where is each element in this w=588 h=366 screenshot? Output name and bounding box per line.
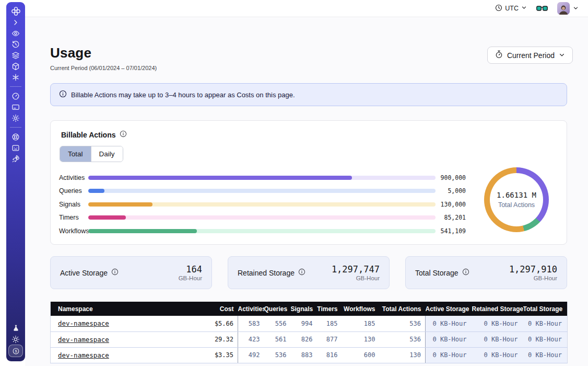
bar-fill xyxy=(88,202,152,207)
bar-value: 541,109 xyxy=(436,227,466,235)
period-button-label: Current Period xyxy=(507,51,555,60)
bar-row-workflows: Workflows 541,109 xyxy=(59,224,466,238)
timers-cell: 877 xyxy=(317,331,342,347)
retained-storage-cell: 0 KB-Hour xyxy=(472,347,523,363)
bar-label: Queries xyxy=(59,187,88,195)
queries-cell: 536 xyxy=(264,347,291,363)
namespace-cell: dev-namespace xyxy=(51,331,207,347)
billable-bar-chart: Activities 900,000 Queries 5,000 Signals… xyxy=(59,171,466,238)
billable-actions-title-text: Billable Actions xyxy=(61,131,116,139)
info-icon xyxy=(59,90,67,99)
info-icon[interactable] xyxy=(120,130,127,139)
info-icon[interactable] xyxy=(111,268,119,277)
col-queries: Queries xyxy=(264,302,291,316)
bar-label: Workflows xyxy=(59,227,88,235)
col-workflows: Workflows xyxy=(342,302,380,316)
namespace-cell: dev-namespace xyxy=(51,347,207,363)
bar-track xyxy=(88,215,436,220)
chevron-down-icon xyxy=(521,5,527,12)
col-timers: Timers xyxy=(317,302,342,316)
feedback-glasses-icon[interactable] xyxy=(536,5,548,12)
col-cost: Cost xyxy=(207,302,238,316)
info-icon[interactable] xyxy=(298,268,305,277)
rocket-icon[interactable] xyxy=(9,153,22,164)
sidebar-nav: $ xyxy=(6,2,25,361)
bar-fill xyxy=(88,229,197,233)
chevron-down-icon xyxy=(559,51,565,60)
storage-label-text: Retained Storage xyxy=(238,269,295,277)
bar-track xyxy=(88,176,436,180)
bar-row-signals: Signals 130,000 xyxy=(59,198,466,211)
info-banner: Billable Actions may take up to 3–4 hour… xyxy=(50,83,567,106)
usage-gauge-icon[interactable] xyxy=(9,90,22,101)
storage-value: 164 GB-Hour xyxy=(179,264,202,282)
storage-value: 1,297,910 GB-Hour xyxy=(509,264,557,282)
storage-label: Active Storage xyxy=(60,268,119,277)
user-avatar xyxy=(557,2,570,15)
workflows-cell: 130 xyxy=(342,331,380,347)
namespace-link[interactable]: dev-namespace xyxy=(58,351,109,359)
signals-cell: 883 xyxy=(291,347,317,363)
sidebar-divider xyxy=(10,86,21,87)
table-row: dev-namespace 29.32 423 561 826 877 130 … xyxy=(51,331,568,347)
col-active-storage: Active Storage xyxy=(426,302,472,316)
retained-storage-card: Retained Storage 1,297,747 GB-Hour xyxy=(228,256,390,289)
activities-cell: 492 xyxy=(238,347,264,363)
total-actions-cell: 536 xyxy=(380,331,426,347)
tab-total[interactable]: Total xyxy=(60,146,91,162)
main-content: Usage Current Period (06/01/2024 – 07/01… xyxy=(25,18,588,366)
bar-fill xyxy=(88,215,126,220)
expand-chevron-icon[interactable] xyxy=(9,17,22,28)
cost-cell: $5.66 xyxy=(207,316,238,331)
timezone-selector[interactable]: UTC xyxy=(495,4,527,13)
namespaces-eye-icon[interactable] xyxy=(9,28,22,39)
namespace-cell: dev-namespace xyxy=(51,316,207,331)
bar-fill xyxy=(88,176,352,180)
timezone-label: UTC xyxy=(505,5,519,12)
cube-icon[interactable] xyxy=(9,61,22,72)
app-frame: $ UTC xyxy=(0,0,588,366)
table-row: dev-namespace $3.35 492 536 883 816 600 … xyxy=(51,347,568,363)
history-icon[interactable] xyxy=(9,39,22,50)
storage-value: 1,297,747 GB-Hour xyxy=(332,264,380,282)
temporal-logo-icon[interactable] xyxy=(9,6,22,17)
topbar: UTC xyxy=(25,0,588,17)
theme-sun-icon[interactable] xyxy=(9,334,22,345)
storage-number: 1,297,747 xyxy=(332,264,380,274)
info-icon[interactable] xyxy=(462,268,469,277)
page-subtitle: Current Period (06/01/2024 – 07/01/2024) xyxy=(50,65,157,71)
bar-label: Timers xyxy=(59,214,88,221)
retained-storage-cell: 0 KB-Hour xyxy=(472,331,523,347)
col-total-actions: Total Actions xyxy=(380,302,426,316)
bar-row-timers: Timers 85,201 xyxy=(59,211,466,225)
period-dropdown-button[interactable]: Current Period xyxy=(487,47,573,64)
usage-dollar-icon[interactable]: $ xyxy=(8,345,23,357)
namespace-link[interactable]: dev-namespace xyxy=(58,336,109,344)
activities-cell: 423 xyxy=(238,331,264,347)
banner-text: Billable Actions may take up to 3–4 hour… xyxy=(71,91,295,99)
labs-flask-icon[interactable] xyxy=(9,323,22,334)
layers-icon[interactable] xyxy=(9,50,22,61)
terminal-icon[interactable] xyxy=(9,142,22,153)
total-actions-label: Total Actions xyxy=(498,201,535,209)
queries-cell: 561 xyxy=(264,331,291,347)
workflows-cell: 600 xyxy=(342,347,380,363)
nexus-asterisk-icon[interactable] xyxy=(9,72,22,83)
chevron-down-icon xyxy=(573,4,579,13)
col-activities: Activities xyxy=(238,302,264,316)
total-actions-cell: 130 xyxy=(380,347,426,363)
storage-number: 1,297,910 xyxy=(509,264,557,274)
support-lifering-icon[interactable] xyxy=(9,131,22,142)
signals-cell: 826 xyxy=(291,331,317,347)
namespace-link[interactable]: dev-namespace xyxy=(58,319,109,327)
storage-label-text: Total Storage xyxy=(415,269,458,277)
settings-gear-icon[interactable] xyxy=(9,112,22,123)
account-menu[interactable] xyxy=(557,2,579,15)
col-total-storage: Total Storage xyxy=(523,302,568,316)
tab-daily[interactable]: Daily xyxy=(91,146,123,162)
bar-value: 130,000 xyxy=(436,201,466,208)
cost-cell: $3.35 xyxy=(207,347,238,363)
namespace-usage-table: Namespace Cost Activities Queries Signal… xyxy=(50,302,567,363)
table-row: dev-namespace $5.66 583 556 994 185 185 … xyxy=(51,316,568,331)
billing-card-icon[interactable] xyxy=(9,101,22,112)
